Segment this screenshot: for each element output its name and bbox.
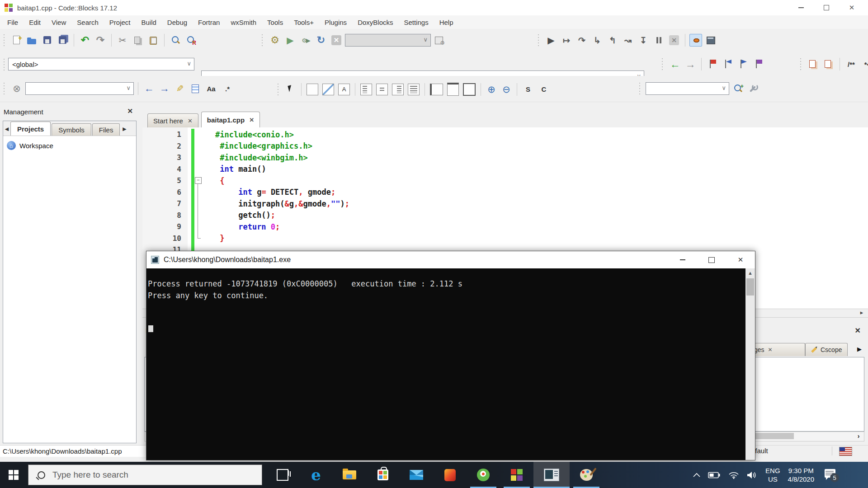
menu-wxsmith[interactable]: wxSmith <box>225 19 262 26</box>
clear-bookmarks-icon[interactable] <box>752 57 765 71</box>
log-tab-messages[interactable]: ges ✕ <box>748 343 805 356</box>
replace-icon[interactable]: R <box>184 33 198 47</box>
align-left-icon[interactable] <box>360 84 372 95</box>
toolbar-grip[interactable] <box>661 57 664 71</box>
palette-frame-icon[interactable] <box>307 84 318 95</box>
tab-scroll-right-icon[interactable]: ▶ <box>121 126 128 136</box>
code-line-9[interactable]: 9 return 0; <box>142 221 868 233</box>
toolbar-grip[interactable] <box>537 33 540 47</box>
clear-search-icon[interactable]: ⊗ <box>10 82 24 95</box>
code-line-4[interactable]: 4 int main() <box>142 164 868 175</box>
combo-build-target[interactable]: ∨ <box>345 34 431 47</box>
scrollbar-thumb[interactable] <box>754 433 794 439</box>
copy-icon[interactable] <box>131 33 145 47</box>
taskbar-coccoc-button[interactable] <box>467 462 500 488</box>
doxy-line-comment-icon[interactable]: *< <box>860 57 868 71</box>
toolbar-grip[interactable] <box>3 33 5 47</box>
selected-scope-icon[interactable] <box>189 82 202 95</box>
wx-s-icon[interactable]: S <box>521 83 535 96</box>
border-box-2-icon[interactable] <box>447 83 459 96</box>
menu-project[interactable]: Project <box>104 19 136 26</box>
menu-plugins[interactable]: Plugins <box>319 19 352 26</box>
code-line-10[interactable]: 10 } <box>142 233 868 244</box>
management-tab-projects[interactable]: Projects <box>10 122 51 136</box>
console-output[interactable]: Process returned -1073741819 (0xC0000005… <box>146 268 745 460</box>
match-case-icon[interactable]: Aa <box>204 82 218 95</box>
menu-fortran[interactable]: Fortran <box>193 19 225 26</box>
menu-doxyblocks[interactable]: DoxyBlocks <box>352 19 398 26</box>
us-flag-icon[interactable] <box>839 447 852 456</box>
menu-settings[interactable]: Settings <box>398 19 434 26</box>
doxy-extract-icon[interactable] <box>807 57 820 71</box>
combo-symbol[interactable]: ∨ <box>646 82 729 95</box>
management-tab-symbols[interactable]: Symbols <box>52 123 91 136</box>
volume-icon[interactable] <box>747 471 758 479</box>
use-regex-icon[interactable]: .* <box>220 82 235 95</box>
combo-search[interactable]: ∨ <box>25 82 134 95</box>
align-fill-icon[interactable] <box>408 84 420 95</box>
battery-icon[interactable] <box>708 472 721 479</box>
run-to-cursor-icon[interactable]: ↦ <box>560 33 573 47</box>
taskbar-office-button[interactable] <box>433 462 467 488</box>
taskbar-edge-button[interactable]: e <box>299 462 333 488</box>
menu-edit[interactable]: Edit <box>24 19 46 26</box>
find-prev-icon[interactable]: ← <box>142 82 156 95</box>
console-minimize-button[interactable] <box>668 251 697 268</box>
align-right-icon[interactable] <box>392 84 404 95</box>
management-close-icon[interactable]: ✕ <box>127 107 133 115</box>
toolbar-grip[interactable] <box>3 57 5 72</box>
step-out-icon[interactable]: ↰ <box>606 33 619 47</box>
console-titlebar[interactable]: C:\Users\khong\Downloads\baitap1.exe ✕ <box>146 251 755 268</box>
toggle-bookmark-icon[interactable] <box>706 57 719 71</box>
toolbar-grip[interactable] <box>3 81 5 96</box>
menu-search[interactable]: Search <box>71 19 104 26</box>
log-tab-cscope[interactable]: Cscope <box>805 343 848 356</box>
menu-view[interactable]: View <box>46 19 71 26</box>
menu-help[interactable]: Help <box>434 19 459 26</box>
various-info-icon[interactable] <box>704 33 717 47</box>
clock[interactable]: 9:30 PM 4/8/2020 <box>788 466 814 483</box>
taskbar-search[interactable]: Type here to search <box>28 465 262 485</box>
step-into-icon[interactable]: ↳ <box>590 33 604 47</box>
code-line-7[interactable]: 7 initgraph(&g,&gmode,""); <box>142 198 868 210</box>
next-line-icon[interactable]: ↷ <box>575 33 589 47</box>
code-line-5[interactable]: 5 { <box>142 175 868 187</box>
wifi-icon[interactable] <box>728 471 739 479</box>
highlight-occurrences-icon[interactable]: ✎ <box>173 82 187 95</box>
editor-tab-baitap1-cpp[interactable]: baitap1.cpp✕ <box>201 112 260 127</box>
language-indicator[interactable]: ENG US <box>765 466 780 483</box>
open-file-icon[interactable] <box>25 33 39 47</box>
code-line-2[interactable]: 2 #include<graphics.h> <box>142 141 868 152</box>
toolbar-grip[interactable] <box>277 82 279 97</box>
code-line-6[interactable]: 6 int g= DETECT, gmode; <box>142 187 868 198</box>
menu-file[interactable]: File <box>2 19 24 26</box>
border-box-3-icon[interactable] <box>463 83 476 96</box>
menu-tools-[interactable]: Tools+ <box>288 19 319 26</box>
palette-image-icon[interactable] <box>322 84 334 95</box>
undo-icon[interactable]: ↶ <box>78 33 92 47</box>
doxy-docs-icon[interactable] <box>822 57 835 71</box>
menu-debug[interactable]: Debug <box>162 19 193 26</box>
console-maximize-button[interactable] <box>697 251 726 268</box>
debug-continue-icon[interactable]: ▶ <box>544 33 558 47</box>
paste-icon[interactable] <box>146 33 160 47</box>
toolbar-grip[interactable] <box>261 33 264 47</box>
taskbar-codeblocks-button[interactable] <box>500 462 533 488</box>
find-next-icon[interactable]: → <box>158 82 171 95</box>
taskbar-console-button[interactable] <box>533 462 570 488</box>
build-icon[interactable]: ⚙ <box>268 33 282 47</box>
start-button[interactable] <box>0 462 27 488</box>
border-box-1-icon[interactable] <box>430 84 443 95</box>
search-options-icon[interactable]: + <box>731 82 745 95</box>
scrollbar-thumb[interactable] <box>746 278 754 296</box>
doxy-block-comment-icon[interactable]: /** <box>844 57 859 71</box>
chevron-up-icon[interactable] <box>693 473 700 478</box>
save-icon[interactable] <box>41 33 54 47</box>
close-icon[interactable]: ✕ <box>249 117 254 123</box>
code-line-1[interactable]: 1#include<conio.h> <box>142 129 868 141</box>
redo-icon[interactable]: ↷ <box>94 33 107 47</box>
goto-forward-icon[interactable]: → <box>684 57 697 71</box>
wx-c-icon[interactable]: C <box>537 83 551 96</box>
taskbar-file-explorer-button[interactable] <box>333 462 366 488</box>
logs-close-icon[interactable]: ✕ <box>855 326 861 335</box>
